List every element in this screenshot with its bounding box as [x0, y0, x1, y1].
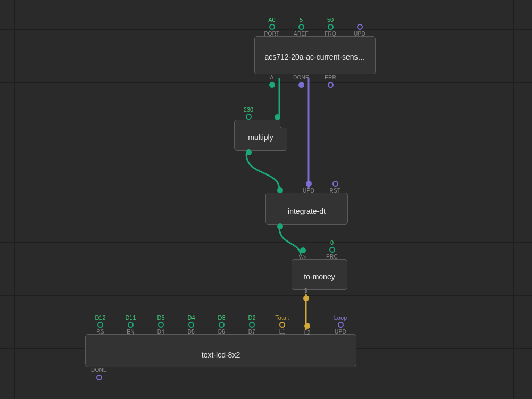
pin-socket[interactable]: [97, 322, 103, 328]
node-multiply[interactable]: 230 multiply: [234, 120, 287, 151]
pin-socket[interactable]: [298, 82, 304, 88]
pin-label: UPD: [298, 188, 319, 194]
pin-d5[interactable]: D4 D5: [179, 314, 203, 335]
pin-value: 50: [320, 16, 341, 23]
pin-label: DONE: [290, 74, 312, 81]
pin-value: [349, 16, 370, 23]
pin-socket[interactable]: [303, 295, 309, 301]
pin-value: 230: [238, 106, 259, 113]
pin-value: D4: [179, 314, 203, 321]
node-title: acs712-20a-ac-current-sens…: [255, 49, 375, 64]
grid-line: [14, 0, 15, 399]
pin-socket[interactable]: [249, 322, 255, 328]
pin-label: D5: [179, 329, 203, 335]
pin-label: RS: [88, 329, 112, 335]
pin-rs[interactable]: D12 RS: [88, 314, 112, 335]
grid-line: [513, 0, 514, 399]
pin-label: UPD: [328, 329, 353, 335]
pin-socket[interactable]: [329, 247, 335, 253]
pin-in[interactable]: [269, 186, 290, 194]
node-text-lcd-8x2[interactable]: D12 RS D11 EN D5 D4 D4 D5 D3 D6 D2 D7: [85, 334, 356, 367]
pin-prc[interactable]: 0 PRC: [321, 239, 343, 260]
grid-line: [0, 242, 532, 243]
pin-rst[interactable]: RST: [325, 180, 346, 194]
pin-socket[interactable]: [279, 322, 285, 328]
pin-label: UPD: [349, 31, 370, 37]
pin-value: 5: [290, 16, 312, 23]
pin-l1[interactable]: Total: L1: [270, 314, 294, 335]
pin-socket[interactable]: [277, 223, 283, 229]
pin-d6[interactable]: D3 D6: [210, 314, 234, 335]
pin-ws[interactable]: Ws: [292, 246, 313, 261]
pin-frq[interactable]: 50 FRQ: [320, 16, 341, 37]
grid-line: [0, 189, 532, 189]
grid-line: [0, 295, 532, 296]
pin-err-out[interactable]: ERR: [320, 74, 341, 89]
node-acs712-sensor[interactable]: A0 PORT 5 AREF 50 FRQ UPD acs712-20a-ac-…: [254, 36, 376, 74]
pin-socket[interactable]: [338, 322, 344, 328]
node-title: integrate-dt: [266, 204, 347, 219]
pin-value: A0: [261, 16, 282, 23]
pin-label: EN: [119, 329, 143, 335]
pin-aref[interactable]: 5 AREF: [290, 16, 312, 37]
pin-en[interactable]: D11 EN: [119, 314, 143, 335]
pin-socket[interactable]: [328, 24, 334, 30]
pin-socket[interactable]: [277, 187, 283, 193]
pin-in2[interactable]: [267, 113, 288, 121]
pin-value: D5: [149, 314, 173, 321]
pin-out[interactable]: [238, 148, 259, 156]
pin-socket[interactable]: [246, 149, 252, 155]
pin-a-out[interactable]: A: [261, 74, 282, 89]
pin-socket[interactable]: [188, 322, 194, 328]
pin-value: D12: [88, 314, 112, 321]
pin-label: D4: [149, 329, 173, 335]
pin-socket[interactable]: [269, 24, 275, 30]
pin-socket[interactable]: [328, 82, 334, 88]
pin-socket[interactable]: [158, 322, 164, 328]
node-title: to-money: [292, 269, 347, 284]
pin-out[interactable]: [269, 222, 290, 230]
pin-label: PRC: [321, 254, 343, 260]
pin-socket[interactable]: [306, 181, 312, 187]
pin-socket[interactable]: [219, 322, 225, 328]
pin-socket[interactable]: [96, 375, 102, 380]
patch-canvas[interactable]: A0 PORT 5 AREF 50 FRQ UPD acs712-20a-ac-…: [0, 0, 532, 399]
node-to-money[interactable]: Ws 0 PRC to-money $: [292, 259, 347, 290]
pin-label: $: [295, 288, 317, 294]
pin-label: PORT: [261, 31, 282, 37]
pin-label: Ws: [292, 254, 313, 261]
pin-socket[interactable]: [275, 114, 280, 120]
pin-label: AREF: [290, 31, 312, 37]
pin-d7[interactable]: D2 D7: [240, 314, 264, 335]
pin-socket[interactable]: [304, 323, 310, 329]
pin-upd[interactable]: UPD: [349, 16, 370, 37]
pin-value: Total:: [270, 314, 294, 321]
pin-socket[interactable]: [300, 247, 306, 253]
pin-value: Loop: [328, 314, 353, 321]
pin-d4[interactable]: D5 D4: [149, 314, 173, 335]
pin-socket[interactable]: [246, 114, 252, 120]
pin-in1[interactable]: 230: [238, 106, 259, 121]
pin-socket[interactable]: [332, 181, 338, 187]
pin-socket[interactable]: [128, 322, 134, 328]
pin-socket[interactable]: [357, 24, 363, 30]
pin-socket[interactable]: [269, 82, 275, 88]
pin-port[interactable]: A0 PORT: [261, 16, 282, 37]
pin-label: ERR: [320, 74, 341, 81]
pin-value: 0: [321, 239, 343, 246]
pin-l2[interactable]: L2: [295, 322, 319, 336]
pin-done-out[interactable]: DONE: [290, 74, 312, 89]
pin-value: D3: [210, 314, 234, 321]
pin-label: RST: [325, 188, 346, 194]
pin-socket[interactable]: [298, 24, 304, 30]
pin-dollar-out[interactable]: $: [295, 288, 317, 302]
node-integrate-dt[interactable]: UPD RST integrate-dt: [265, 193, 348, 225]
node-title: text-lcd-8x2: [86, 347, 356, 362]
pin-done-out[interactable]: DONE: [86, 367, 112, 381]
pin-label: D6: [210, 329, 234, 335]
node-title: multiply: [235, 130, 287, 145]
pin-label: FRQ: [320, 31, 341, 37]
pin-upd[interactable]: Loop UPD: [328, 314, 353, 335]
pin-upd[interactable]: UPD: [298, 180, 319, 194]
pin-label: DONE: [86, 367, 112, 373]
